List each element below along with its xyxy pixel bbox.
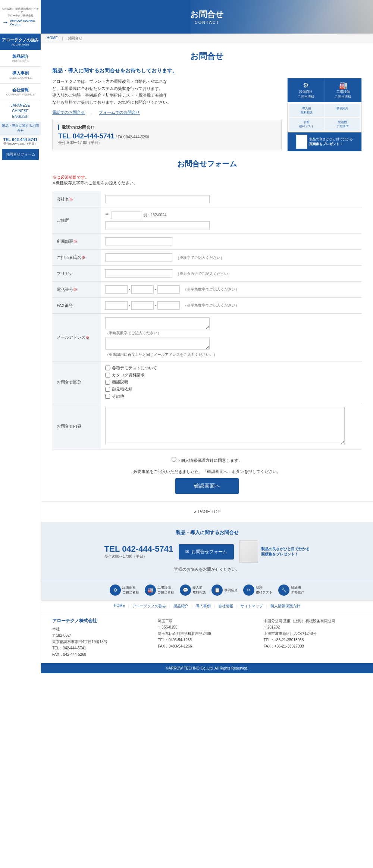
sidebar-item-products[interactable]: 製品紹介 PRODUCTS xyxy=(0,50,41,67)
footer-company-name-col: アローテクノ株式会社 本社 〒182-0024 東京都調布市布田4丁目19番13… xyxy=(52,618,150,658)
inquiry-option-4[interactable]: 御見積依頼 xyxy=(105,386,357,392)
page-top[interactable]: ∧ PAGE TOP xyxy=(41,501,373,522)
postal-hint: 例：182-0024 xyxy=(143,213,166,218)
checkbox-other[interactable] xyxy=(105,394,110,399)
cut-icon: ✂ xyxy=(243,585,254,596)
footer-china-label: 中国分公司 艾廉（上海）机械设备有限公司 xyxy=(264,618,362,624)
furigana-input[interactable] xyxy=(105,269,172,278)
lang-japanese[interactable]: JAPANESE xyxy=(2,103,39,108)
section-subtitle: 製品・導入に関するお問合せをお待ちしております。 xyxy=(52,68,362,74)
department-input[interactable] xyxy=(105,237,172,245)
phone-hours: 受付 9:00〜17:00（平日） xyxy=(58,140,276,145)
checkbox-function[interactable] xyxy=(105,380,110,385)
privacy-checkbox-label[interactable]: ○ 個人情報保護方針に同意します。 xyxy=(172,458,243,463)
service-cell-1[interactable]: 導入前無料相談 xyxy=(289,104,324,117)
inquiry-option-2[interactable]: カタログ資料請求 xyxy=(105,372,357,378)
footer-service-6[interactable]: 🔧 脱油機デモ操作 xyxy=(278,585,304,596)
tel-input-1[interactable] xyxy=(105,285,128,294)
footer-service-4[interactable]: 📋 事例紹介 xyxy=(211,585,238,596)
sidebar-form-button[interactable]: お問合せフォーム xyxy=(2,149,39,160)
service-promo[interactable]: 製品の良さがひと目で分かる実績集をプレゼント！ xyxy=(288,132,361,151)
privacy-radio[interactable] xyxy=(172,457,176,462)
footer-nav-home[interactable]: HOME xyxy=(114,604,125,609)
checkbox-catalog[interactable] xyxy=(105,373,110,377)
footer-saitama-detail: 埼玉工場 〒355-0155 埼玉県比企郡吉見町北吉見2486 TEL：0493… xyxy=(158,618,256,649)
address-input[interactable] xyxy=(105,221,210,229)
footer-service-5[interactable]: ✂ 切粉破砕テスト xyxy=(243,585,273,596)
tel-input-3[interactable] xyxy=(157,285,180,294)
inquiry-type-input-cell: 各種デモテストについて カタログ資料請求 機能説明 xyxy=(101,361,362,403)
footer-head-tel: TEL：042-444-5741 xyxy=(52,645,150,651)
footer-nav-sitemap[interactable]: サイトマップ xyxy=(241,604,263,609)
service-cell-3[interactable]: 切粉破砕テスト xyxy=(289,118,324,131)
checkbox-function-label: 機能説明 xyxy=(112,379,128,385)
company-input-cell xyxy=(101,191,362,207)
department-input-cell xyxy=(101,234,362,250)
name-input-cell: （※漢字でご記入ください） xyxy=(101,250,362,266)
inquiry-type-label: お問合せ区分 xyxy=(52,361,101,403)
intro-text: アローテクノでは、プラント内の環境改善・自動化・省エネな ど、工場環境に合わせた… xyxy=(52,78,282,106)
postal-input[interactable] xyxy=(112,211,141,219)
checkbox-demo[interactable] xyxy=(105,366,110,370)
fax-input-1[interactable] xyxy=(105,301,128,310)
email-input[interactable] xyxy=(105,317,210,329)
furigana-input-cell: （※カタカナでご記入ください） xyxy=(101,266,362,282)
footer-form-button[interactable]: ✉ お問合せフォーム xyxy=(179,544,234,560)
footer-head-postal: 〒182-0024 xyxy=(52,632,150,639)
email-confirm-input[interactable] xyxy=(105,338,210,350)
footer-cta: 製品・導入に関するお問合せ TEL 042-444-5741 受付9:00〜17… xyxy=(41,522,373,580)
sidebar-advantage[interactable]: アローテクノの強み ADVANTAGE xyxy=(0,34,41,50)
postal-prefix: 〒 xyxy=(105,212,110,219)
footer-service-3-label: 導入前無料相談 xyxy=(192,585,206,595)
footer-tel-num: TEL 042-444-5741 xyxy=(104,544,173,554)
lang-chinese[interactable]: CHINESE xyxy=(2,108,39,114)
name-hint: （※漢字でご記入ください） xyxy=(176,256,224,260)
footer-service-3[interactable]: 💬 導入前無料相談 xyxy=(180,585,206,596)
gear-icon: ⚙ xyxy=(110,585,121,596)
sidebar-company-ja: 会社情報 xyxy=(2,87,39,93)
logo-text[interactable]: ARROW TECHNO Co.,Ltd. xyxy=(10,19,39,26)
sidebar-item-company[interactable]: 会社情報 COMPANY PROFILE xyxy=(0,84,41,100)
footer-company-name: アローテクノ株式会社 xyxy=(52,618,150,624)
form-link[interactable]: フォームでのお問合せ xyxy=(99,110,140,115)
footer-nav-products[interactable]: 製品紹介 xyxy=(173,604,188,609)
company-input[interactable] xyxy=(105,195,210,203)
name-input[interactable] xyxy=(105,253,172,261)
footer-book-image xyxy=(239,540,258,563)
footer-cta-tagline: 皆様のお悩みをお聞かせください。 xyxy=(52,567,362,572)
footer-nav-advantage[interactable]: アローテクノの強み xyxy=(132,604,166,609)
sidebar-item-cases[interactable]: 導入事例 CASE EXAMPLE xyxy=(0,67,41,84)
footer-nav-company[interactable]: 会社情報 xyxy=(218,604,233,609)
fax-input-3[interactable] xyxy=(157,301,180,310)
inquiry-option-5[interactable]: その他 xyxy=(105,394,357,399)
breadcrumb-home[interactable]: HOME xyxy=(47,36,58,41)
service-cell-2[interactable]: 事例紹介 xyxy=(325,104,360,117)
footer-service-2[interactable]: 🏭 工場設備ご担当者様 xyxy=(145,585,174,596)
footer-book-promo: 製品の良さがひと目で分かる 実績集をプレゼント！ xyxy=(239,540,310,563)
inquiry-option-3[interactable]: 機能説明 xyxy=(105,379,357,385)
message-input[interactable] xyxy=(105,407,345,444)
sidebar-contact-link[interactable]: 製品・導入に関するお問合せ xyxy=(0,122,41,135)
inquiry-option-1[interactable]: 各種デモテストについて xyxy=(105,365,357,371)
service-box: ⚙ 設備商社ご担当者様 🏭 工場設備ご担当者様 導入前無料相談 事例紹介 切粉破… xyxy=(287,78,362,151)
privacy-row: ○ 個人情報保護方針に同意します。 xyxy=(52,457,362,463)
fax-input-2[interactable] xyxy=(131,301,154,310)
factory-icon: 🏭 xyxy=(326,81,360,90)
name-label: ご担当者氏名※ xyxy=(52,250,101,266)
chat-icon: 💬 xyxy=(180,585,191,596)
fax-sep-2: - xyxy=(155,303,156,308)
footer-service-1-label: 設備商社ご担当者様 xyxy=(122,585,139,595)
footer-nav-cases[interactable]: 導入事例 xyxy=(196,604,211,609)
machine-note: ※機種依存文字等のご使用をお控えください。 xyxy=(52,181,138,185)
tel-hint: （※半角数字でご記入ください） xyxy=(183,287,239,292)
lang-english[interactable]: ENGLISH xyxy=(2,114,39,119)
checkbox-quote[interactable] xyxy=(105,387,110,392)
service-cell-4[interactable]: 脱油機デモ操作 xyxy=(325,118,360,131)
footer-nav-privacy[interactable]: 個人情報保護方針 xyxy=(270,604,300,609)
sidebar-products-ja: 製品紹介 xyxy=(2,54,39,59)
tel-link[interactable]: 電話でのお問合せ xyxy=(52,110,85,115)
tel-input-2[interactable] xyxy=(131,285,154,294)
fax-label: FAX番号 xyxy=(52,298,101,314)
submit-button[interactable]: 確認画面へ xyxy=(175,478,239,494)
footer-service-1[interactable]: ⚙ 設備商社ご担当者様 xyxy=(110,585,139,596)
